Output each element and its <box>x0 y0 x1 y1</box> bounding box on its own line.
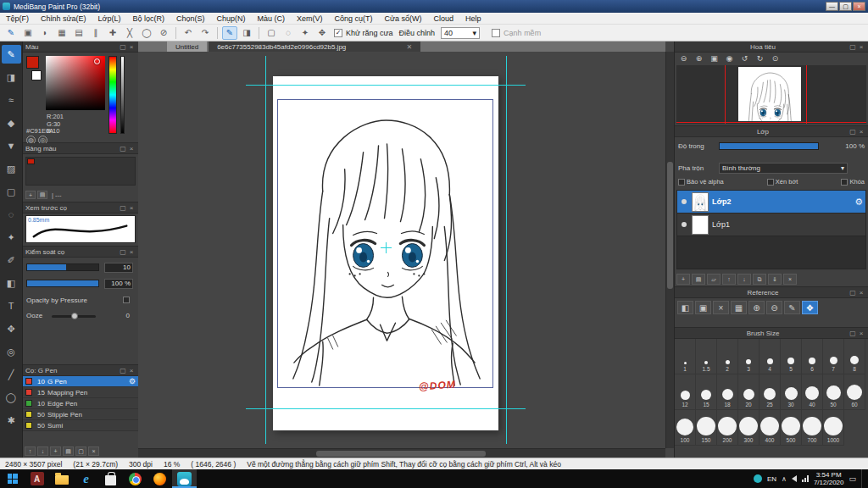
brush-size-cell[interactable]: 1000 <box>823 410 844 446</box>
palette-swatch[interactable] <box>27 158 35 164</box>
fill-tool[interactable]: ◆ <box>2 114 21 132</box>
tray-app-icon[interactable] <box>754 474 762 483</box>
adjust-dropdown-icon[interactable]: ▾ <box>473 29 477 37</box>
redo-icon[interactable]: ↷ <box>198 26 213 40</box>
layer-add-icon[interactable]: + <box>676 274 690 285</box>
stamp-icon[interactable]: ▣ <box>20 26 36 40</box>
document-tab-1[interactable]: 6e6c773552983db45afd2e0996cd92b5.jpg✕ <box>209 42 420 52</box>
vertical-scrollbar[interactable] <box>665 52 674 448</box>
brush-prev-icon[interactable]: ↑ <box>25 446 36 456</box>
brush-size-cell[interactable]: 1.5 <box>696 339 717 374</box>
zoom-actual-icon[interactable]: ◉ <box>722 53 737 64</box>
panel-close-icon[interactable]: × <box>857 330 865 337</box>
layer-row-0[interactable]: Lớp2⚙ <box>677 191 865 214</box>
taskbar-app-a[interactable]: A <box>25 469 49 488</box>
ref-zoom-in-icon[interactable]: ⊕ <box>748 301 765 314</box>
ooze-slider[interactable] <box>52 315 96 318</box>
menu-item-7[interactable]: Xem(V) <box>291 13 329 24</box>
bucket-tool[interactable]: ▼ <box>2 136 21 155</box>
layer-menu-icon[interactable]: ▤ <box>692 274 705 285</box>
antialias-checkbox[interactable]: ✓ <box>334 29 342 37</box>
zoom-out-icon[interactable]: ⊖ <box>676 53 691 64</box>
ref-clear-icon[interactable]: × <box>713 301 729 314</box>
brush-row-2[interactable]: 10Edge Pen <box>23 398 138 409</box>
panel-dock-icon[interactable]: ▢ <box>849 43 857 51</box>
brush-size-cell[interactable]: 30 <box>781 374 802 410</box>
grid-icon[interactable]: ▦ <box>54 26 70 40</box>
panel-dock-icon[interactable]: ▢ <box>119 43 127 51</box>
rotate-left-icon[interactable]: ↺ <box>737 53 752 64</box>
taskbar-internet-explorer[interactable]: e <box>74 469 98 488</box>
ref-pin-icon[interactable]: ◧ <box>677 301 693 314</box>
menu-item-2[interactable]: Lớp(L) <box>92 13 127 24</box>
select-pen-tool[interactable]: ✐ <box>2 251 21 269</box>
panel-dock-icon[interactable]: ▢ <box>849 289 857 297</box>
brush-row-0[interactable]: 10G Pen⚙ <box>23 376 138 387</box>
menu-item-11[interactable]: Help <box>459 13 487 24</box>
vertical-scrollbar-thumb[interactable] <box>667 162 673 289</box>
brush-size-cell[interactable]: 60 <box>844 374 865 410</box>
document-tab-0[interactable]: Untitled <box>167 42 207 52</box>
ref-hand-icon[interactable]: ✥ <box>802 301 818 314</box>
layer-merge-icon[interactable]: ⇓ <box>768 274 782 285</box>
divide-tool[interactable]: ╱ <box>2 365 21 384</box>
snap-cross-icon[interactable]: ✚ <box>105 26 120 40</box>
brush-size-cell[interactable]: 200 <box>717 410 738 446</box>
layer-option-checkbox[interactable] <box>767 179 774 186</box>
hidden-icons-caret[interactable]: ∧ <box>782 475 787 483</box>
snap-parallel-icon[interactable]: ∥ <box>88 26 103 40</box>
brush-size-cell[interactable]: 700 <box>802 410 823 446</box>
brush-size-cell[interactable]: 40 <box>802 374 823 410</box>
titlebar[interactable]: MediBang Paint Pro (32bit) —▢× <box>0 0 868 13</box>
show-desktop-button[interactable] <box>861 469 865 488</box>
eraser-tool[interactable]: ◨ <box>2 68 21 86</box>
maximize-button[interactable]: ▢ <box>839 2 852 11</box>
canvas-page[interactable]: @DOM <box>273 76 498 430</box>
menu-item-10[interactable]: Cloud <box>428 13 460 24</box>
panel-close-icon[interactable]: × <box>127 248 136 256</box>
brush-opacity-value[interactable]: 100 % <box>104 279 133 289</box>
start-button[interactable] <box>0 469 25 488</box>
menu-item-0[interactable]: Tệp(F) <box>0 13 35 24</box>
panel-dock-icon[interactable]: ▢ <box>119 367 127 374</box>
brush-delete-icon[interactable]: × <box>88 446 99 456</box>
foreground-color-swatch[interactable] <box>26 56 39 69</box>
speech-bubble-icon[interactable]: ◗ <box>37 26 53 40</box>
panel-dock-icon[interactable]: ▢ <box>849 128 857 136</box>
brush-tool[interactable]: ✎ <box>2 45 21 64</box>
select-rect-icon[interactable]: ▢ <box>264 26 279 40</box>
horizontal-scrollbar[interactable] <box>138 448 665 458</box>
background-color-swatch[interactable] <box>31 70 42 80</box>
material-icon[interactable]: ▤ <box>71 26 86 40</box>
taskbar-store[interactable] <box>98 469 123 488</box>
layer-visibility-icon[interactable] <box>682 199 687 204</box>
hue-slider[interactable] <box>108 56 117 134</box>
brush-size-cell[interactable]: 500 <box>781 410 802 446</box>
brush-duplicate-icon[interactable]: ▢ <box>75 446 86 456</box>
layer-visibility-icon[interactable] <box>682 222 687 227</box>
ref-image-icon[interactable]: ▣ <box>695 301 711 314</box>
panel-dock-icon[interactable]: ▢ <box>119 248 127 256</box>
panel-dock-icon[interactable]: ▢ <box>119 204 127 212</box>
text-tool[interactable]: T <box>2 297 21 315</box>
brush-next-icon[interactable]: ↓ <box>37 446 48 456</box>
layer-option-checkbox[interactable] <box>841 179 848 186</box>
taskbar-medibang[interactable] <box>172 469 197 488</box>
brush-tool-icon[interactable]: ✎ <box>222 26 237 40</box>
select-lasso-icon[interactable]: ◌ <box>281 26 296 40</box>
taskbar-chrome[interactable] <box>123 469 147 488</box>
brush-size-cell[interactable]: 150 <box>696 410 717 446</box>
taskbar-clock[interactable]: 3:54 PM 7/12/2020 <box>814 471 844 486</box>
brush-size-cell[interactable]: 4 <box>760 339 781 374</box>
brush-row-1[interactable]: 15Mapping Pen <box>23 387 138 398</box>
panel-close-icon[interactable]: × <box>127 204 136 212</box>
zoom-in-icon[interactable]: ⊕ <box>692 53 706 64</box>
navigator-thumbnail[interactable] <box>738 67 801 121</box>
brush-size-cell[interactable]: 6 <box>802 339 823 374</box>
layer-option-checkbox[interactable] <box>678 179 685 186</box>
brush-size-cell[interactable]: 2 <box>717 339 738 374</box>
brush-size-cell[interactable]: 25 <box>760 374 781 410</box>
operation-tool[interactable]: ✥ <box>2 319 21 338</box>
layer-delete-icon[interactable]: × <box>783 274 797 285</box>
panel-close-icon[interactable]: × <box>857 289 865 297</box>
